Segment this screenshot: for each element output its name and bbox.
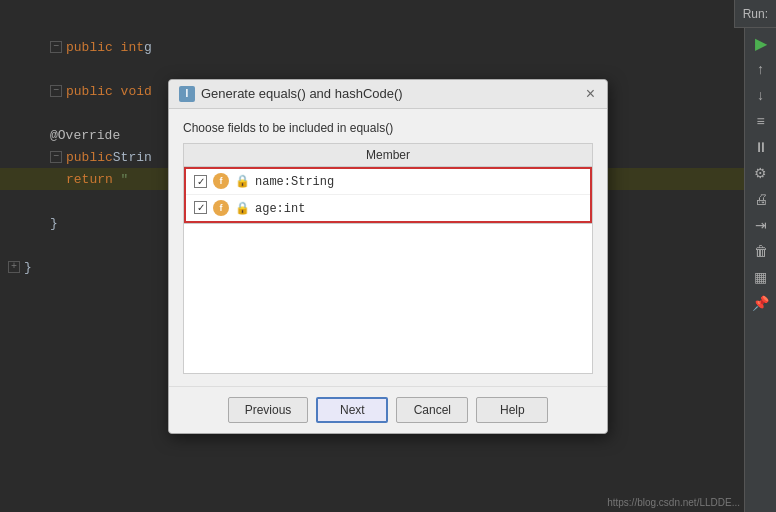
lock-icon-name: 🔒 <box>235 174 249 188</box>
checkbox-name[interactable] <box>194 175 207 188</box>
member-age-label: age:int <box>255 202 305 216</box>
member-table-header: Member <box>184 143 593 166</box>
dialog-footer: Previous Next Cancel Help <box>169 386 607 433</box>
checkbox-age[interactable] <box>194 201 207 214</box>
field-badge-name: f <box>213 173 229 189</box>
intellij-icon: I <box>179 86 195 102</box>
dialog-generate-equals: I Generate equals() and hashCode() × Cho… <box>168 79 608 434</box>
dialog-title: Generate equals() and hashCode() <box>201 86 403 101</box>
member-empty-area <box>183 224 593 374</box>
member-row-age[interactable]: f 🔒 age:int <box>186 195 590 221</box>
previous-button[interactable]: Previous <box>228 397 309 423</box>
dialog-close-button[interactable]: × <box>584 86 597 102</box>
next-button[interactable]: Next <box>316 397 388 423</box>
watermark: https://blog.csdn.net/LLDDE... <box>607 497 740 508</box>
lock-icon-age: 🔒 <box>235 201 249 215</box>
help-button[interactable]: Help <box>476 397 548 423</box>
dialog-title-left: I Generate equals() and hashCode() <box>179 86 403 102</box>
dialog-body: Choose fields to be included in equals()… <box>169 109 607 386</box>
field-badge-age: f <box>213 200 229 216</box>
dialog-titlebar: I Generate equals() and hashCode() × <box>169 80 607 109</box>
cancel-button[interactable]: Cancel <box>396 397 468 423</box>
modal-overlay: I Generate equals() and hashCode() × Cho… <box>0 0 776 512</box>
member-name-label: name:String <box>255 175 334 189</box>
member-table: Member f 🔒 <box>183 143 593 224</box>
dialog-subtitle: Choose fields to be included in equals() <box>183 121 593 135</box>
member-row-name[interactable]: f 🔒 name:String <box>186 169 590 195</box>
